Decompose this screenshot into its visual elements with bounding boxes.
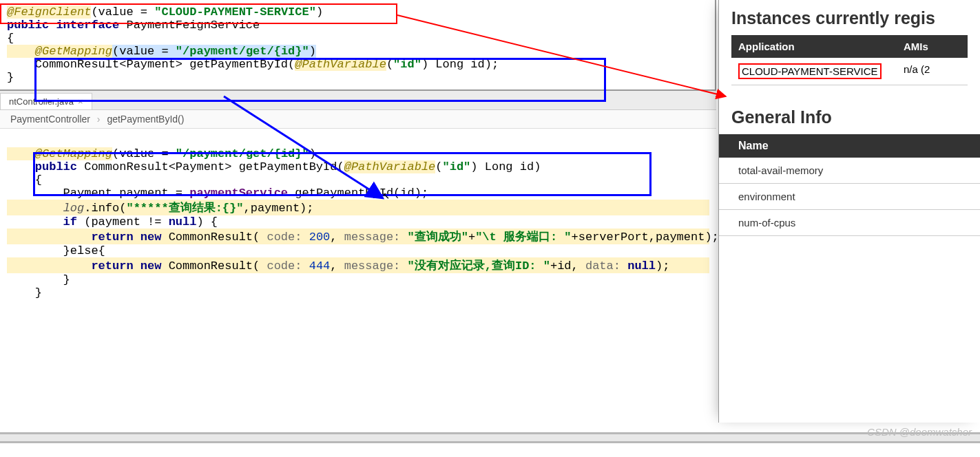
string-literal: "CLOUD-PAYMENT-SERVICE" [154, 6, 316, 19]
brace: { [7, 173, 42, 187]
info-row: total-avail-memory [719, 158, 980, 184]
eureka-panel: Instances currently regis Application AM… [718, 0, 980, 423]
code-text: Payment payment = [7, 187, 189, 200]
keyword: return new [7, 259, 169, 273]
brace: } [7, 71, 14, 84]
param-hint: code: [267, 259, 309, 273]
code-text: ) [309, 45, 316, 58]
annotation: @GetMapping [7, 45, 112, 58]
keyword: null [627, 259, 656, 273]
code-text: ( [435, 160, 442, 173]
code-text: CommonResult( [169, 231, 267, 244]
keyword: null [169, 215, 197, 228]
footer-strip [0, 432, 980, 443]
field: paymentService [189, 187, 288, 200]
annotation: @PathVariable [344, 160, 436, 173]
code-text: ) [316, 6, 323, 19]
breadcrumb: PaymentController › getPaymentById() [0, 110, 716, 129]
code-text: .info( [84, 202, 126, 215]
table-header: Application AMIs [731, 35, 968, 58]
param-hint: message: [344, 231, 408, 244]
code-editor-bottom[interactable]: @GetMapping(value = "/payment/get/{id}")… [0, 129, 716, 305]
code-text: +id, [550, 259, 585, 273]
service-name[interactable]: CLOUD-PAYMENT-SERVICE [738, 63, 882, 79]
number: 444 [309, 259, 331, 273]
code-editor-top[interactable]: @FeignClient(value = "CLOUD-PAYMENT-SERV… [0, 0, 716, 91]
code-text: ); [656, 259, 669, 273]
code-text: ( [386, 58, 393, 71]
code-text: .getPaymentById(id); [288, 187, 428, 200]
editor-tab-bar: ntController.java × [0, 91, 716, 110]
string-literal: "没有对应记录,查询ID: " [408, 259, 550, 273]
code-text: CommonResult<Payment> getPaymentById( [84, 160, 344, 173]
class-name: PaymentFeignService [126, 19, 260, 32]
breadcrumb-class[interactable]: PaymentController [10, 114, 90, 125]
string-literal: "/payment/get/{id}" [176, 147, 309, 160]
col-name: Name [719, 134, 980, 158]
code-text: ) { [196, 215, 218, 228]
annotation: @PathVariable [295, 58, 386, 71]
general-info-table: Name total-avail-memory environment num-… [719, 134, 980, 236]
code-text: , [330, 259, 344, 273]
code-text: ) Long id) [470, 160, 541, 173]
watermark: CSDN @doomwatcher [867, 426, 972, 438]
col-amis: AMIs [897, 35, 968, 58]
instances-table: Application AMIs CLOUD-PAYMENT-SERVICE n… [731, 35, 968, 85]
code-text: + [468, 231, 475, 244]
code-text: CommonResult( [169, 259, 267, 273]
code-text: (value = [91, 6, 154, 19]
annotation: @GetMapping [7, 147, 112, 160]
code-text: ,payment); [243, 202, 313, 215]
instances-heading: Instances currently regis [719, 0, 980, 32]
keyword: return new [7, 231, 169, 244]
param-hint: message: [344, 259, 408, 273]
code-text: (payment != [84, 215, 168, 228]
keyword: public interface [7, 19, 126, 32]
param-hint: data: [585, 259, 627, 273]
code-text: ) [309, 147, 316, 160]
code-text: ) Long id); [421, 58, 499, 71]
keyword: public [7, 160, 84, 173]
ami-value: n/a (2 [897, 58, 968, 85]
string-literal: "*****查询结果:{}" [126, 202, 243, 215]
table-row: CLOUD-PAYMENT-SERVICE n/a (2 [731, 58, 968, 85]
code-text: , [330, 231, 344, 244]
info-row: environment [719, 184, 980, 210]
param-hint: code: [267, 231, 309, 244]
general-info-heading: General Info [719, 99, 980, 131]
brace: { [7, 32, 14, 45]
brace: } [7, 286, 42, 299]
code-text: +serverPort,payment); [572, 231, 719, 244]
code-line [7, 134, 709, 147]
code-text: CommonResult<Payment> getPaymentById( [7, 58, 295, 71]
string-literal: "查询成功" [408, 231, 468, 244]
tab-label: ntController.java [9, 96, 74, 107]
close-icon[interactable]: × [78, 96, 83, 107]
code-text: (value = [112, 147, 176, 160]
code-text: }else{ [7, 244, 105, 257]
string-literal: "id" [393, 58, 421, 71]
cursor-icon: ↖ [382, 187, 390, 202]
string-literal: "\t 服务端口: " [475, 231, 571, 244]
code-text [7, 202, 63, 215]
chevron-right-icon: › [97, 114, 101, 125]
string-literal: "id" [443, 160, 471, 173]
string-literal: "/payment/get/{id}" [176, 45, 309, 58]
annotation: @FeignClient [7, 6, 91, 19]
number: 200 [309, 231, 331, 244]
keyword: if [7, 215, 84, 228]
brace: } [7, 273, 70, 286]
code-text: (value = [112, 45, 176, 58]
breadcrumb-method[interactable]: getPaymentById() [107, 114, 184, 125]
info-row: num-of-cpus [719, 210, 980, 236]
col-application: Application [731, 35, 897, 58]
editor-tab[interactable]: ntController.java × [0, 93, 92, 109]
field: log [63, 202, 85, 215]
